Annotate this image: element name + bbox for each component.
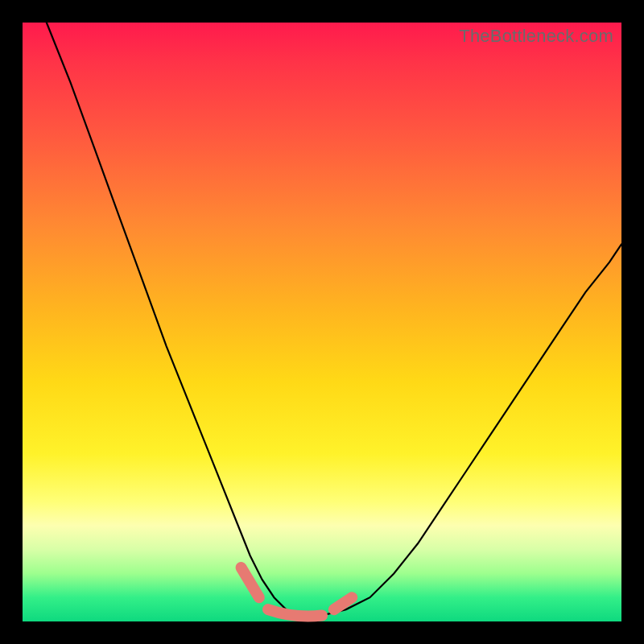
marker-trough — [268, 609, 322, 616]
curve-layer — [23, 23, 621, 621]
page-frame: TheBottleneck.com — [0, 0, 644, 644]
chart-area: TheBottleneck.com — [23, 23, 621, 621]
marker-left-cap — [242, 568, 259, 597]
marker-group — [242, 568, 353, 617]
bottleneck-curve — [47, 23, 621, 616]
